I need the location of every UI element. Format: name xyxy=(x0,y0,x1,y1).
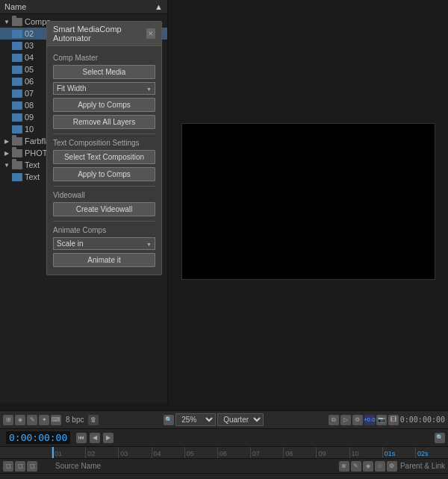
tick-09: 09 xyxy=(316,447,349,458)
tree-label: Text xyxy=(25,160,40,169)
tick-03: 03 xyxy=(118,447,151,458)
tree-label: 02 xyxy=(25,29,34,38)
plus-icon[interactable]: +0.0 xyxy=(364,415,375,425)
animate-it-button[interactable]: Animate it xyxy=(53,253,155,267)
comp-icon xyxy=(12,125,22,134)
expand-icon: ▼ xyxy=(3,18,10,25)
source-icons: ⊕ ✎ ◈ ☆ ⚙ xyxy=(339,461,397,472)
tree-label: 10 xyxy=(25,125,34,134)
folder-icon xyxy=(12,18,22,26)
center-controls: 🔍 25%50%100% QuarterHalfFull xyxy=(164,413,264,426)
panel-name-label: Name xyxy=(4,2,26,11)
text-apply-comps-button[interactable]: Apply to Comps xyxy=(53,167,155,181)
source-icon-5[interactable]: ⚙ xyxy=(387,461,397,472)
plugin-panel: Smart MediaComp Automator ✕ Comp Master … xyxy=(46,21,162,275)
tree-label: 03 xyxy=(25,41,34,50)
divider-2 xyxy=(53,186,155,187)
create-videowall-button[interactable]: Create Videowall xyxy=(53,202,155,216)
preview-canvas xyxy=(181,123,435,280)
plugin-header: Smart MediaComp Automator ✕ xyxy=(47,22,161,46)
scale-select-wrapper: Scale in Scale out Fade in Fade out xyxy=(53,237,155,250)
panel-sort-icon[interactable]: ▲ xyxy=(155,2,163,11)
camera-icon[interactable]: 📷 xyxy=(376,415,387,425)
fit-width-select[interactable]: Fit Width Fit Height Scale xyxy=(53,82,155,95)
play-icon[interactable]: ▶ xyxy=(103,433,113,443)
plugin-close-button[interactable]: ✕ xyxy=(146,28,155,39)
folder-icon xyxy=(12,149,22,157)
apply-comps-button[interactable]: Apply to Comps xyxy=(53,98,155,112)
scale-select[interactable]: Scale in Scale out Fade in Fade out xyxy=(53,237,155,250)
zoom-select[interactable]: 25%50%100% xyxy=(175,413,216,426)
bottom-toolbar: ⊞ ◈ ✎ ✦ ⌨ 8 bpc 🗑 🔍 25%50%100% QuarterHa… xyxy=(0,410,448,479)
folder-icon xyxy=(12,137,22,145)
tool-icon-5[interactable]: ⌨ xyxy=(51,415,61,425)
animate-comps-label: Animate Comps xyxy=(53,226,155,234)
tree-label: 04 xyxy=(25,53,34,62)
expand-icon: ▶ xyxy=(3,149,10,157)
select-media-button[interactable]: Select Media xyxy=(53,65,155,79)
source-name-label: Source Name xyxy=(55,462,336,470)
plugin-title: Smart MediaComp Automator xyxy=(53,25,146,43)
source-icon-4[interactable]: ☆ xyxy=(375,461,385,472)
tree-label: 06 xyxy=(25,77,34,86)
settings-icon[interactable]: ⚙ xyxy=(352,415,363,425)
timecode-row: 0:00:00:00 ⏮ ◀ ▶ 🔍 xyxy=(0,429,448,447)
film-icon[interactable]: 🎞 xyxy=(388,415,399,425)
source-icon-3[interactable]: ◈ xyxy=(363,461,373,472)
comp-icon xyxy=(12,90,22,98)
quality-select[interactable]: QuarterHalfFull xyxy=(217,413,264,426)
tool-icon-3[interactable]: ✎ xyxy=(27,415,37,425)
comp-icon xyxy=(12,78,22,86)
timeline-controls: ⊞ ◈ ✎ ✦ ⌨ 8 bpc 🗑 🔍 25%50%100% QuarterHa… xyxy=(0,411,448,429)
comp-icon xyxy=(12,113,22,122)
render-icon[interactable]: ▷ xyxy=(340,415,351,425)
comp-icon xyxy=(12,66,22,74)
playhead-line xyxy=(52,447,54,458)
tick-1s: 01s xyxy=(382,447,415,458)
tool-icon-1[interactable]: ⊞ xyxy=(3,415,13,425)
tick-01: 01 xyxy=(52,447,85,458)
delete-icon[interactable]: 🗑 xyxy=(88,415,99,425)
tick-2s: 02s xyxy=(415,447,448,458)
expand-icon: ▼ xyxy=(3,161,10,169)
comp-icon xyxy=(12,42,22,50)
text-composition-label: Text Composition Settings xyxy=(53,139,155,147)
tool-icon-4[interactable]: ✦ xyxy=(39,415,49,425)
remove-layers-button[interactable]: Remove All Layers xyxy=(53,115,155,129)
track-controls: ◻ ◻ ◻ xyxy=(3,461,52,472)
tick-08: 08 xyxy=(283,447,316,458)
select-text-comp-button[interactable]: Select Text Composition xyxy=(53,150,155,164)
parent-link-label: Parent & Link xyxy=(400,462,445,470)
timecode-display[interactable]: 0:00:00:00 xyxy=(6,431,70,444)
track-icon-2[interactable]: ◻ xyxy=(15,461,25,472)
divider-3 xyxy=(53,221,155,222)
right-icons: ⧉ ▷ ⚙ +0.0 📷 🎞 0:00:00:00 xyxy=(329,415,445,425)
tree-label: 07 xyxy=(25,89,34,98)
ruler-ticks: 01 02 03 04 05 06 07 08 09 10 01s 02s xyxy=(52,447,448,458)
zoom-icon[interactable]: 🔍 xyxy=(164,415,174,425)
divider-1 xyxy=(53,134,155,134)
track-icon-3[interactable]: ◻ xyxy=(27,461,37,472)
source-icon-2[interactable]: ✎ xyxy=(351,461,361,472)
comp-icon-btn[interactable]: ⧉ xyxy=(329,415,339,425)
source-icon-1[interactable]: ⊕ xyxy=(339,461,349,472)
comp-master-label: Comp Master xyxy=(53,54,155,62)
step-back-icon[interactable]: ◀ xyxy=(90,433,100,443)
expand-icon: ▶ xyxy=(3,137,10,145)
comp-icon xyxy=(12,173,22,181)
comp-icon xyxy=(12,101,22,110)
comp-icon xyxy=(12,54,22,62)
fit-width-select-wrapper: Fit Width Fit Height Scale xyxy=(53,82,155,95)
bpc-label: 8 bpc xyxy=(66,416,84,424)
comp-icon xyxy=(12,30,22,38)
tool-icon-2[interactable]: ◈ xyxy=(15,415,25,425)
track-icon-1[interactable]: ◻ xyxy=(3,461,13,472)
tool-icons: ⊞ ◈ ✎ ✦ ⌨ xyxy=(3,415,61,425)
tick-06: 06 xyxy=(217,447,250,458)
go-start-icon[interactable]: ⏮ xyxy=(76,433,87,443)
tree-label: Text xyxy=(25,172,40,181)
ruler-label-area xyxy=(0,447,52,458)
search-icon[interactable]: 🔍 xyxy=(435,433,445,443)
tick-10: 10 xyxy=(349,447,382,458)
plugin-body: Comp Master Select Media Fit Width Fit H… xyxy=(47,46,161,275)
